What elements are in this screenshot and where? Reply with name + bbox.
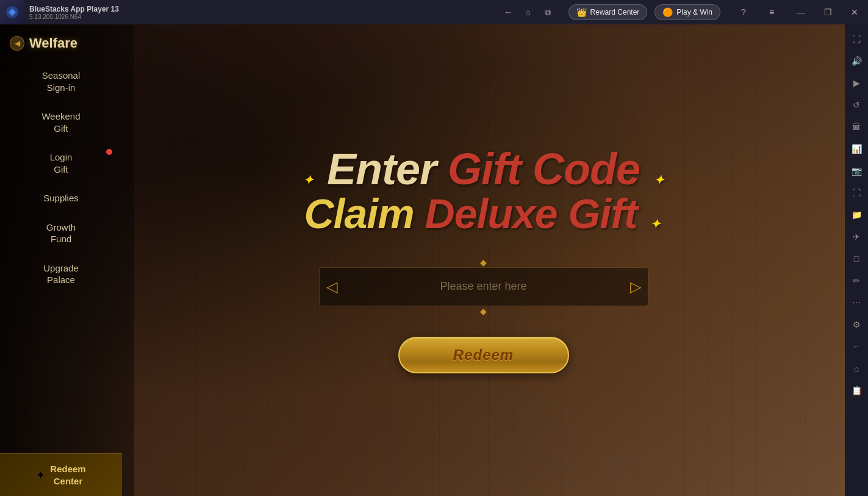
play-win-label: Play & Win [676, 8, 712, 16]
crown-icon: 👑 [576, 7, 587, 17]
game-area: ◀ Welfare SeasonalSign-in WeekendGift Lo… [0, 24, 845, 496]
gift-title-line1: ✦ Enter Gift Code ✦ [301, 147, 666, 191]
back-right-button[interactable]: ← [847, 337, 866, 356]
left-sidebar: ◀ Welfare SeasonalSign-in WeekendGift Lo… [0, 24, 122, 496]
sidebar-item-upgrade-palace[interactable]: UpgradePalace [0, 254, 122, 295]
sidebar-item-weekend-gift[interactable]: WeekendGift [0, 102, 122, 143]
minimize-button[interactable]: — [787, 0, 814, 24]
record-button[interactable]: ▶ [847, 73, 866, 93]
menu-item-label: UpgradePalace [43, 263, 79, 286]
gift-code-title: ✦ Enter Gift Code ✦ Claim Deluxe Gift ✦ [301, 147, 666, 237]
title-enter-text: Enter [327, 145, 448, 193]
main-content: ✦ Enter Gift Code ✦ Claim Deluxe Gift ✦ … [122, 24, 845, 496]
gift-title-line2: Claim Deluxe Gift ✦ [301, 191, 666, 237]
play-win-button[interactable]: 🟠 Play & Win [655, 4, 720, 20]
gift-code-input[interactable] [319, 267, 648, 306]
fullscreen-button[interactable]: ⛶ [847, 29, 866, 49]
reward-buttons: 👑 Reward Center 🟠 Play & Win [561, 4, 728, 20]
help-button[interactable]: ? [730, 0, 757, 24]
title-claim-text: Claim [304, 190, 425, 237]
diamond-bottom-icon: ◆ [480, 306, 487, 316]
redeem-button[interactable]: Redeem [398, 337, 569, 373]
refresh-button[interactable]: ↺ [847, 95, 866, 115]
copy-button[interactable]: ⧉ [539, 4, 556, 21]
resize-button[interactable]: ⛶ [847, 183, 866, 203]
screenshot-button[interactable]: 📷 [847, 161, 866, 181]
sparkle-end: ✦ [650, 217, 660, 231]
sidebar-item-supplies[interactable]: Supplies [0, 184, 122, 213]
files-button[interactable]: 📁 [847, 205, 866, 225]
sidebar-item-seasonal-signin[interactable]: SeasonalSign-in [0, 61, 122, 102]
menu-item-label: WeekendGift [41, 111, 80, 134]
titlebar: BlueStacks App Player 13 5.13.200.1026 N… [0, 0, 868, 24]
home-button[interactable]: ⌂ [520, 4, 537, 21]
sidebar-item-growth-fund[interactable]: GrowthFund [0, 213, 122, 254]
menu-item-label: LoginGift [50, 152, 73, 174]
diamond-top-icon: ◆ [480, 257, 487, 267]
menu-item-label: SeasonalSign-in [42, 70, 81, 93]
gamepad-button[interactable]: ✈ [847, 227, 866, 246]
reward-center-button[interactable]: 👑 Reward Center [569, 4, 648, 20]
window-controls: — ❐ ✕ [787, 0, 868, 24]
redeem-star-icon: ✦ [36, 469, 45, 482]
help-buttons: ? ≡ [728, 0, 787, 24]
sidebar-item-login-gift[interactable]: LoginGift [0, 143, 122, 184]
menu-item-label: GrowthFund [46, 222, 76, 245]
app-info: BlueStacks App Player 13 5.13.200.1026 N… [24, 5, 495, 20]
edit-button[interactable]: ✏ [847, 271, 866, 290]
nav-buttons: ← ⌂ ⧉ [495, 4, 561, 21]
welfare-arrow-icon[interactable]: ◀ [10, 36, 24, 51]
menu-button[interactable]: ≡ [758, 0, 785, 24]
close-button[interactable]: ✕ [841, 0, 868, 24]
keyboard-button[interactable]: □ [847, 249, 866, 268]
more-button[interactable]: ⋯ [847, 293, 866, 312]
home-right-button[interactable]: ⌂ [847, 359, 866, 378]
welfare-title-text: Welfare [29, 35, 77, 51]
apps-button[interactable]: 📋 [847, 381, 866, 400]
gift-code-input-area: ◆ ◁ ▷ ◆ [319, 267, 648, 306]
redeem-center-label: RedeemCenter [50, 463, 85, 487]
app-logo [0, 0, 24, 24]
settings-button[interactable]: ⚙ [847, 315, 866, 334]
sparkle-left: ✦ [303, 174, 313, 186]
right-sidebar: ⛶ 🔊 ▶ ↺ 🏛 📊 📷 ⛶ 📁 ✈ □ ✏ ⋯ ⚙ ← ⌂ 📋 [845, 24, 868, 496]
title-deluxe-gift-text: Deluxe Gift [425, 190, 637, 237]
menu-item-label: Supplies [43, 193, 79, 203]
notification-badge [106, 149, 112, 155]
restore-button[interactable]: ❐ [814, 0, 841, 24]
title-gift-code-text: Gift Code [448, 145, 640, 193]
sparkle-right: ✦ [654, 174, 664, 186]
app-version: 5.13.200.1026 N64 [29, 13, 490, 20]
app-name: BlueStacks App Player 13 [29, 5, 490, 13]
play-icon: 🟠 [662, 7, 673, 17]
redeem-center-button[interactable]: ✦ RedeemCenter [0, 453, 122, 496]
reward-center-label: Reward Center [590, 8, 640, 16]
back-button[interactable]: ← [500, 4, 517, 21]
sound-button[interactable]: 🔊 [847, 51, 866, 71]
welfare-title: ◀ Welfare [0, 31, 122, 61]
stats-button[interactable]: 📊 [847, 139, 866, 159]
performance-button[interactable]: 🏛 [847, 117, 866, 137]
